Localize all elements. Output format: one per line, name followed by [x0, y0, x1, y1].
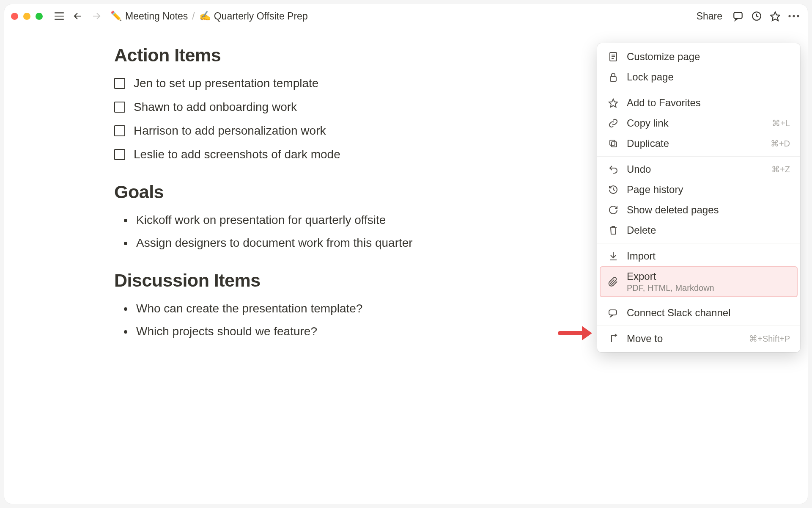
svg-point-8	[788, 15, 790, 17]
menu-page-history[interactable]: Page history	[597, 179, 800, 200]
lock-icon	[607, 71, 619, 83]
import-icon	[607, 250, 619, 262]
svg-rect-21	[609, 310, 617, 315]
menu-label: Import	[627, 250, 790, 262]
page-context-menu: Customize page Lock page Add to Favorite…	[597, 43, 800, 352]
callout-arrow-icon	[558, 323, 592, 343]
nav-back-button[interactable]	[71, 9, 85, 23]
history-icon	[607, 184, 619, 196]
undo-icon	[607, 163, 619, 175]
duplicate-icon	[607, 138, 619, 149]
updates-icon[interactable]	[749, 9, 764, 23]
checkbox-icon[interactable]	[114, 78, 125, 89]
checkbox-icon[interactable]	[114, 125, 125, 136]
todo-text: Leslie to add screenshots of dark mode	[134, 148, 340, 161]
svg-marker-24	[582, 326, 592, 340]
shortcut-label: ⌘+Z	[771, 164, 790, 174]
app-window: ✏️ Meeting Notes / ✍️ Quarterly Offsite …	[4, 4, 808, 504]
share-button[interactable]: Share	[697, 11, 722, 22]
menu-divider	[597, 156, 800, 157]
menu-divider	[597, 326, 800, 326]
trash-icon	[607, 224, 619, 236]
close-window-button[interactable]	[11, 13, 18, 20]
breadcrumb-page-emoji: ✍️	[199, 11, 211, 22]
refresh-icon	[607, 204, 619, 216]
menu-customize-page[interactable]: Customize page	[597, 47, 800, 67]
svg-marker-16	[609, 99, 617, 107]
shortcut-label: ⌘+Shift+P	[749, 334, 790, 344]
menu-label: Duplicate	[627, 138, 763, 149]
menu-label: Connect Slack channel	[627, 307, 790, 319]
menu-show-deleted-pages[interactable]: Show deleted pages	[597, 200, 800, 220]
menu-label: Add to Favorites	[627, 97, 790, 109]
shortcut-label: ⌘+D	[771, 138, 790, 149]
checkbox-icon[interactable]	[114, 149, 125, 160]
menu-undo[interactable]: Undo ⌘+Z	[597, 159, 800, 179]
menu-connect-slack[interactable]: Connect Slack channel	[597, 303, 800, 323]
menu-import[interactable]: Import	[597, 246, 800, 266]
menu-divider	[597, 243, 800, 243]
breadcrumb-parent[interactable]: Meeting Notes	[125, 11, 188, 22]
svg-rect-17	[612, 142, 617, 147]
attachment-icon	[607, 276, 619, 288]
star-icon	[607, 97, 619, 109]
menu-label: Page history	[627, 184, 790, 196]
menu-add-to-favorites[interactable]: Add to Favorites	[597, 93, 800, 113]
menu-sublabel: PDF, HTML, Markdown	[627, 283, 790, 293]
menu-label: Copy link	[627, 117, 764, 129]
svg-point-10	[797, 15, 799, 17]
menu-label: Lock page	[627, 71, 790, 83]
menu-delete[interactable]: Delete	[597, 220, 800, 240]
svg-point-9	[793, 15, 795, 17]
menu-copy-link[interactable]: Copy link ⌘+L	[597, 113, 800, 133]
menu-lock-page[interactable]: Lock page	[597, 67, 800, 87]
menu-move-to[interactable]: Move to ⌘+Shift+P	[597, 329, 800, 349]
svg-rect-5	[734, 12, 742, 18]
breadcrumb-parent-emoji: ✏️	[110, 11, 122, 22]
slack-icon	[607, 307, 619, 319]
checkbox-icon[interactable]	[114, 102, 125, 113]
menu-duplicate[interactable]: Duplicate ⌘+D	[597, 133, 800, 154]
nav-forward-button[interactable]	[89, 9, 104, 23]
svg-rect-15	[610, 77, 616, 81]
comments-icon[interactable]	[731, 9, 745, 23]
svg-rect-18	[610, 140, 615, 145]
menu-label: Export	[627, 271, 790, 282]
todo-text: Harrison to add personalization work	[134, 124, 326, 138]
menu-label: Delete	[627, 224, 790, 236]
menu-divider	[597, 300, 800, 300]
menu-export[interactable]: Export PDF, HTML, Markdown	[600, 266, 798, 297]
menu-label: Move to	[627, 333, 741, 345]
sidebar-toggle-button[interactable]	[52, 9, 66, 23]
favorite-icon[interactable]	[768, 9, 782, 23]
shortcut-label: ⌘+L	[772, 118, 790, 128]
breadcrumb-separator: /	[192, 11, 195, 22]
svg-marker-7	[771, 12, 780, 21]
page-icon	[607, 51, 619, 63]
menu-label: Undo	[627, 163, 764, 175]
minimize-window-button[interactable]	[23, 13, 30, 20]
breadcrumb-page[interactable]: Quarterly Offsite Prep	[214, 11, 308, 22]
move-icon	[607, 333, 619, 345]
traffic-lights	[11, 13, 43, 20]
more-menu-button[interactable]	[787, 9, 801, 23]
maximize-window-button[interactable]	[36, 13, 43, 20]
todo-text: Shawn to add onboarding work	[134, 100, 297, 114]
menu-divider	[597, 90, 800, 90]
link-icon	[607, 117, 619, 129]
menu-label: Customize page	[627, 51, 790, 63]
todo-text: Jen to set up presentation template	[134, 77, 318, 90]
breadcrumb: ✏️ Meeting Notes / ✍️ Quarterly Offsite …	[110, 11, 308, 22]
menu-label: Show deleted pages	[627, 204, 790, 216]
topbar: ✏️ Meeting Notes / ✍️ Quarterly Offsite …	[4, 4, 808, 28]
